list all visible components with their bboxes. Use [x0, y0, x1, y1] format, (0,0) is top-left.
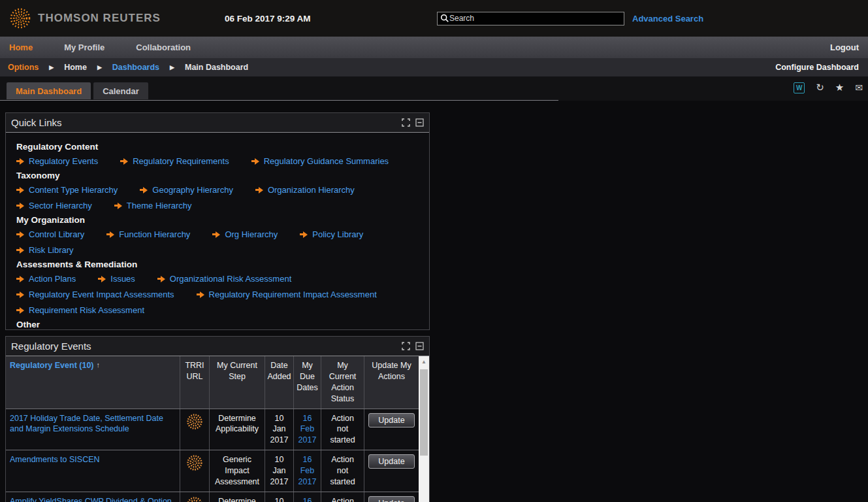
- quick-link[interactable]: Control Library: [16, 229, 84, 239]
- sort-column-header[interactable]: Regulatory Event (10): [10, 360, 94, 371]
- refresh-icon[interactable]: ↻: [816, 82, 824, 93]
- quick-link[interactable]: Regulatory Events: [16, 156, 98, 166]
- column-header: Update My Actions: [364, 356, 419, 409]
- arrow-right-icon: [251, 158, 259, 165]
- arrow-right-icon: [16, 187, 24, 193]
- table-row: 2017 Holiday Trade Date, Settlement Date…: [6, 409, 419, 450]
- arrow-right-icon: [16, 276, 24, 282]
- due-date-link[interactable]: 16 Feb 2017: [298, 496, 317, 502]
- tab-main-dashboard[interactable]: Main Dashboard: [7, 82, 91, 99]
- breadcrumb-bar: Options ▶ Home ▶ Dashboards ▶ Main Dashb…: [0, 58, 868, 76]
- quick-link[interactable]: Content Type Hierarchy: [16, 185, 118, 195]
- favorite-star-icon[interactable]: ★: [835, 82, 844, 93]
- current-step: Generic Impact Assessment: [209, 450, 265, 492]
- quick-links-section: My Organization Control Library Function…: [16, 215, 419, 255]
- minimize-icon[interactable]: [415, 118, 424, 127]
- quick-link[interactable]: Policy Library: [300, 229, 363, 239]
- search-icon: [440, 14, 449, 23]
- search-input[interactable]: [449, 14, 621, 23]
- quick-links-section: Taxonomy Content Type Hierarchy Geograph…: [16, 171, 419, 210]
- arrow-right-icon: [114, 203, 122, 209]
- thomson-reuters-logo-icon: [9, 7, 31, 29]
- configure-dashboard-link[interactable]: Configure Dashboard: [775, 63, 859, 72]
- column-header: TRRI URL: [180, 356, 209, 409]
- table-row: Amendments to SISCEN Generic Impact Asse…: [6, 450, 419, 492]
- date-added: 10 Jan 2017: [265, 409, 293, 450]
- expand-icon[interactable]: [402, 342, 410, 350]
- arrow-right-icon: [212, 231, 220, 238]
- quick-link[interactable]: Regulatory Requirement Impact Assessment: [197, 290, 377, 299]
- action-status: Action not started: [321, 409, 364, 450]
- quick-link[interactable]: Sector Hierarchy: [16, 201, 92, 210]
- section-heading: Other: [16, 320, 419, 329]
- update-button[interactable]: Update: [368, 413, 414, 427]
- arrow-right-icon: [16, 247, 24, 254]
- quick-link[interactable]: Requirement Risk Assessment: [16, 305, 144, 315]
- breadcrumb-separator-icon: ▶: [170, 64, 174, 71]
- column-header: My Current Step: [209, 356, 265, 409]
- breadcrumb-current: Main Dashboard: [185, 63, 248, 72]
- scrollbar-track[interactable]: [419, 367, 429, 502]
- due-date-link[interactable]: 16 Feb 2017: [298, 413, 317, 446]
- brand: THOMSON REUTERS: [9, 7, 225, 29]
- quick-link[interactable]: Org Hierarchy: [212, 229, 278, 239]
- quick-links-header: Quick Links: [6, 113, 429, 133]
- event-name-link[interactable]: 2017 Holiday Trade Date, Settlement Date…: [10, 413, 176, 435]
- search-box[interactable]: [437, 12, 624, 25]
- tab-underline: [0, 100, 558, 101]
- tab-calendar[interactable]: Calendar: [93, 82, 148, 99]
- advanced-search-link[interactable]: Advanced Search: [632, 14, 703, 24]
- quick-link[interactable]: Function Hierarchy: [106, 229, 190, 239]
- breadcrumb-separator-icon: ▶: [97, 64, 102, 71]
- quick-link[interactable]: Theme Hierarchy: [114, 201, 192, 210]
- arrow-right-icon: [106, 231, 114, 238]
- regulatory-events-table: Regulatory Event (10)↑ TRRI URL My Curre…: [6, 356, 419, 502]
- arrow-right-icon: [197, 292, 204, 298]
- event-name-link[interactable]: Amplify YieldShares CWP Dividend & Optio…: [10, 496, 176, 502]
- column-header: Date Added: [265, 356, 293, 409]
- event-name-link[interactable]: Amendments to SISCEN: [10, 454, 100, 465]
- trri-url-icon[interactable]: [186, 454, 203, 471]
- nav-item-home[interactable]: Home: [0, 42, 48, 52]
- quick-link[interactable]: Organization Hierarchy: [255, 185, 355, 195]
- section-heading: Assessments & Remediation: [16, 259, 419, 269]
- logout-link[interactable]: Logout: [830, 42, 868, 52]
- quick-link[interactable]: Regulatory Guidance Summaries: [251, 156, 389, 166]
- scroll-up-icon[interactable]: ▲: [419, 356, 429, 367]
- arrow-right-icon: [140, 187, 148, 193]
- due-date-link[interactable]: 16 Feb 2017: [298, 454, 317, 488]
- update-button[interactable]: Update: [368, 454, 414, 469]
- quick-link[interactable]: Regulatory Requirements: [120, 156, 229, 166]
- brand-name: THOMSON REUTERS: [38, 12, 161, 25]
- quick-links-section: Other Regulatory Groupings Series: [16, 320, 419, 330]
- breadcrumb-options[interactable]: Options: [8, 63, 39, 72]
- quick-link[interactable]: Regulatory Event Impact Assessments: [16, 290, 174, 299]
- quick-link[interactable]: Geography Hierarchy: [140, 185, 233, 195]
- breadcrumb-dashboards[interactable]: Dashboards: [112, 63, 159, 72]
- quick-link[interactable]: Issues: [98, 274, 135, 284]
- quick-link[interactable]: Action Plans: [16, 274, 76, 284]
- quick-link[interactable]: Organizational Risk Assessment: [157, 274, 291, 284]
- breadcrumb-home[interactable]: Home: [64, 63, 87, 72]
- date-added: 10 Jan 2017: [265, 450, 293, 492]
- scrollbar-thumb[interactable]: [420, 369, 428, 456]
- update-button[interactable]: Update: [368, 496, 414, 502]
- expand-icon[interactable]: [402, 118, 410, 127]
- email-icon[interactable]: ✉: [855, 82, 863, 93]
- arrow-right-icon: [157, 276, 165, 282]
- arrow-right-icon: [16, 292, 24, 298]
- trri-url-icon[interactable]: [186, 413, 203, 430]
- date-added: 10 Jan 2017: [265, 492, 293, 502]
- section-heading: Taxonomy: [16, 171, 419, 180]
- nav-item-collaboration[interactable]: Collaboration: [120, 42, 206, 52]
- quick-links-body: Regulatory Content Regulatory Events Reg…: [6, 133, 429, 330]
- trri-url-icon[interactable]: [186, 496, 203, 502]
- vertical-scrollbar[interactable]: ▲ ▼: [419, 356, 429, 502]
- tab-row: Main Dashboard Calendar W ↻ ★ ✉: [0, 76, 868, 101]
- minimize-icon[interactable]: [415, 342, 424, 350]
- current-step: Determine Applicability: [209, 492, 265, 502]
- nav-item-my-profile[interactable]: My Profile: [48, 42, 120, 52]
- word-export-icon[interactable]: W: [794, 82, 805, 93]
- quick-link[interactable]: Risk Library: [16, 245, 74, 255]
- panel-regulatory-events: Regulatory Events Regulatory Event (10)↑…: [5, 336, 430, 502]
